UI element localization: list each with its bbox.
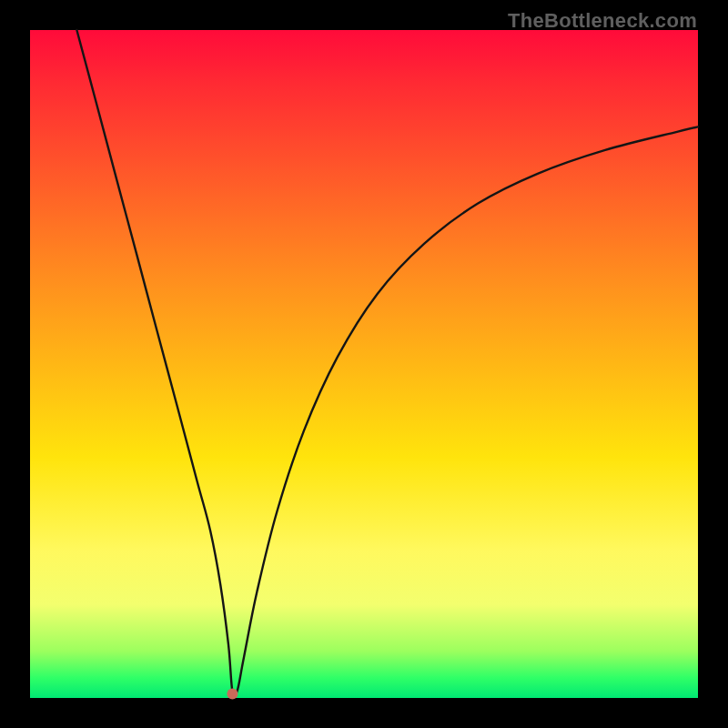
bottleneck-curve (30, 30, 698, 698)
minimum-dot (227, 689, 238, 700)
curve-path (76, 30, 698, 697)
plot-area (30, 30, 698, 698)
chart-frame: TheBottleneck.com (0, 0, 728, 728)
